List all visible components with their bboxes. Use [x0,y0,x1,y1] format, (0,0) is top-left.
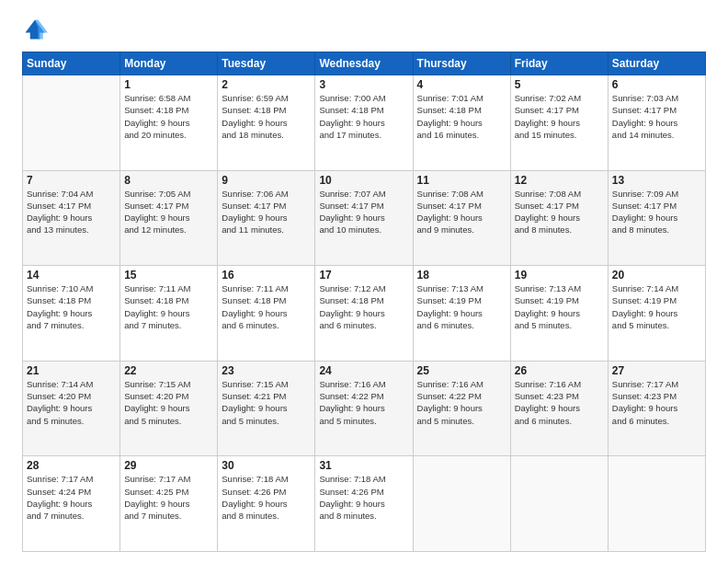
calendar-cell: 15Sunrise: 7:11 AM Sunset: 4:18 PM Dayli… [120,266,218,362]
day-info: Sunrise: 7:07 AM Sunset: 4:17 PM Dayligh… [319,188,408,236]
header [22,17,706,42]
day-info: Sunrise: 7:17 AM Sunset: 4:25 PM Dayligh… [124,473,213,522]
day-number: 11 [417,174,506,187]
day-info: Sunrise: 6:59 AM Sunset: 4:18 PM Dayligh… [222,92,311,141]
day-number: 19 [515,269,604,282]
calendar-cell: 31Sunrise: 7:18 AM Sunset: 4:26 PM Dayli… [315,456,413,552]
calendar-cell [510,456,608,552]
day-info: Sunrise: 7:08 AM Sunset: 4:17 PM Dayligh… [417,188,506,236]
weekday-header-thursday: Thursday [413,52,510,75]
calendar-cell [23,75,120,171]
weekday-header-tuesday: Tuesday [218,52,315,75]
day-number: 31 [319,459,408,472]
day-number: 15 [124,269,213,282]
day-info: Sunrise: 7:09 AM Sunset: 4:17 PM Dayligh… [612,188,701,236]
calendar-cell: 4Sunrise: 7:01 AM Sunset: 4:18 PM Daylig… [413,75,510,171]
day-number: 29 [124,459,213,472]
day-number: 7 [27,174,116,187]
day-info: Sunrise: 7:05 AM Sunset: 4:17 PM Dayligh… [124,188,213,236]
day-number: 21 [27,364,116,377]
calendar-table: SundayMondayTuesdayWednesdayThursdayFrid… [22,52,706,552]
day-info: Sunrise: 7:11 AM Sunset: 4:18 PM Dayligh… [222,282,311,331]
day-number: 24 [319,364,408,377]
weekday-header-wednesday: Wednesday [315,52,413,75]
day-number: 14 [27,269,116,282]
day-number: 17 [319,269,408,282]
day-number: 18 [417,269,506,282]
day-number: 4 [417,78,506,91]
day-number: 8 [124,174,213,187]
logo [22,17,51,42]
calendar-cell: 14Sunrise: 7:10 AM Sunset: 4:18 PM Dayli… [23,266,120,362]
day-info: Sunrise: 7:02 AM Sunset: 4:17 PM Dayligh… [515,92,604,141]
day-number: 12 [515,174,604,187]
day-info: Sunrise: 7:18 AM Sunset: 4:26 PM Dayligh… [319,473,408,522]
day-info: Sunrise: 7:11 AM Sunset: 4:18 PM Dayligh… [124,282,213,331]
calendar-cell: 8Sunrise: 7:05 AM Sunset: 4:17 PM Daylig… [120,170,218,266]
calendar-cell: 1Sunrise: 6:58 AM Sunset: 4:18 PM Daylig… [120,75,218,171]
day-info: Sunrise: 7:17 AM Sunset: 4:24 PM Dayligh… [27,473,116,522]
day-info: Sunrise: 7:16 AM Sunset: 4:22 PM Dayligh… [417,378,506,427]
calendar-cell: 25Sunrise: 7:16 AM Sunset: 4:22 PM Dayli… [413,361,510,456]
logo-icon [22,17,48,42]
calendar-week-row: 1Sunrise: 6:58 AM Sunset: 4:18 PM Daylig… [23,75,706,171]
day-info: Sunrise: 7:16 AM Sunset: 4:22 PM Dayligh… [319,378,408,427]
day-number: 20 [612,269,701,282]
calendar-cell: 7Sunrise: 7:04 AM Sunset: 4:17 PM Daylig… [23,170,120,266]
calendar-cell: 2Sunrise: 6:59 AM Sunset: 4:18 PM Daylig… [218,75,315,171]
calendar-cell: 19Sunrise: 7:13 AM Sunset: 4:19 PM Dayli… [510,266,608,362]
day-number: 30 [222,459,311,472]
calendar-cell: 28Sunrise: 7:17 AM Sunset: 4:24 PM Dayli… [23,456,120,552]
day-info: Sunrise: 7:15 AM Sunset: 4:20 PM Dayligh… [124,378,213,427]
calendar-cell [608,456,705,552]
day-info: Sunrise: 7:04 AM Sunset: 4:17 PM Dayligh… [27,188,116,236]
calendar-week-row: 28Sunrise: 7:17 AM Sunset: 4:24 PM Dayli… [23,456,706,552]
day-number: 5 [515,78,604,91]
calendar-cell: 24Sunrise: 7:16 AM Sunset: 4:22 PM Dayli… [315,361,413,456]
day-number: 6 [612,78,701,91]
day-info: Sunrise: 7:00 AM Sunset: 4:18 PM Dayligh… [319,92,408,141]
weekday-header-saturday: Saturday [608,52,705,75]
day-info: Sunrise: 7:12 AM Sunset: 4:18 PM Dayligh… [319,282,408,331]
calendar-cell: 11Sunrise: 7:08 AM Sunset: 4:17 PM Dayli… [413,170,510,266]
day-info: Sunrise: 7:01 AM Sunset: 4:18 PM Dayligh… [417,92,506,141]
calendar-cell: 20Sunrise: 7:14 AM Sunset: 4:19 PM Dayli… [608,266,705,362]
day-info: Sunrise: 7:18 AM Sunset: 4:26 PM Dayligh… [222,473,311,522]
calendar-cell: 17Sunrise: 7:12 AM Sunset: 4:18 PM Dayli… [315,266,413,362]
calendar-cell [413,456,510,552]
calendar-cell: 21Sunrise: 7:14 AM Sunset: 4:20 PM Dayli… [23,361,120,456]
day-info: Sunrise: 7:14 AM Sunset: 4:20 PM Dayligh… [27,378,116,427]
calendar-week-row: 14Sunrise: 7:10 AM Sunset: 4:18 PM Dayli… [23,266,706,362]
calendar-cell: 9Sunrise: 7:06 AM Sunset: 4:17 PM Daylig… [218,170,315,266]
day-number: 2 [222,78,311,91]
day-info: Sunrise: 7:13 AM Sunset: 4:19 PM Dayligh… [515,282,604,331]
calendar-cell: 22Sunrise: 7:15 AM Sunset: 4:20 PM Dayli… [120,361,218,456]
day-number: 10 [319,174,408,187]
day-info: Sunrise: 7:13 AM Sunset: 4:19 PM Dayligh… [417,282,506,331]
weekday-header-sunday: Sunday [23,52,120,75]
day-number: 25 [417,364,506,377]
day-info: Sunrise: 7:15 AM Sunset: 4:21 PM Dayligh… [222,378,311,427]
day-number: 3 [319,78,408,91]
calendar-cell: 13Sunrise: 7:09 AM Sunset: 4:17 PM Dayli… [608,170,705,266]
day-number: 1 [124,78,213,91]
calendar-cell: 16Sunrise: 7:11 AM Sunset: 4:18 PM Dayli… [218,266,315,362]
day-info: Sunrise: 7:16 AM Sunset: 4:23 PM Dayligh… [515,378,604,427]
weekday-header-monday: Monday [120,52,218,75]
day-number: 9 [222,174,311,187]
weekday-header-friday: Friday [510,52,608,75]
calendar-cell: 23Sunrise: 7:15 AM Sunset: 4:21 PM Dayli… [218,361,315,456]
calendar-cell: 3Sunrise: 7:00 AM Sunset: 4:18 PM Daylig… [315,75,413,171]
day-info: Sunrise: 7:08 AM Sunset: 4:17 PM Dayligh… [515,188,604,236]
day-number: 13 [612,174,701,187]
calendar-cell: 26Sunrise: 7:16 AM Sunset: 4:23 PM Dayli… [510,361,608,456]
day-number: 27 [612,364,701,377]
day-number: 26 [515,364,604,377]
calendar-week-row: 7Sunrise: 7:04 AM Sunset: 4:17 PM Daylig… [23,170,706,266]
day-number: 16 [222,269,311,282]
day-info: Sunrise: 7:06 AM Sunset: 4:17 PM Dayligh… [222,188,311,236]
calendar-cell: 29Sunrise: 7:17 AM Sunset: 4:25 PM Dayli… [120,456,218,552]
calendar-cell: 18Sunrise: 7:13 AM Sunset: 4:19 PM Dayli… [413,266,510,362]
day-number: 22 [124,364,213,377]
day-number: 23 [222,364,311,377]
